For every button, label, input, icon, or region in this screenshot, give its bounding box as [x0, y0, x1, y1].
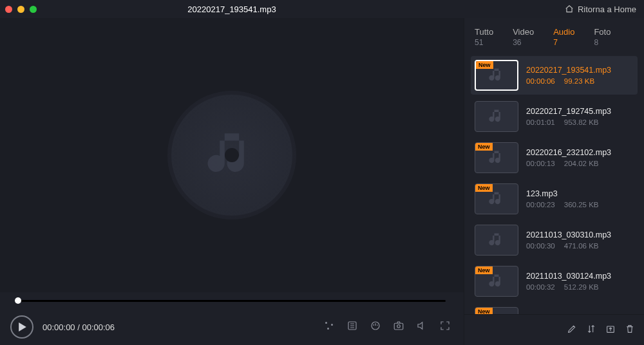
volume-icon — [416, 320, 428, 331]
info-button[interactable] — [346, 320, 358, 334]
file-size: 360.25 KB — [564, 201, 599, 209]
sort-icon — [586, 324, 596, 334]
screenshot-button[interactable] — [393, 320, 404, 334]
tab-label: Video — [513, 27, 534, 37]
tab-count: 36 — [513, 38, 534, 47]
progress-track[interactable] — [18, 300, 446, 302]
file-list[interactable]: New20220217_193541.mp300:00:0699.23 KB20… — [464, 52, 644, 314]
new-badge: New — [475, 308, 493, 314]
play-button[interactable] — [10, 315, 33, 339]
file-item[interactable]: 20211013_030310.mp300:00:30471.06 KB — [471, 221, 638, 259]
file-item[interactable]: New20220217_193541.mp300:00:0699.23 KB — [471, 56, 638, 95]
player-viewport — [0, 18, 464, 292]
sort-button[interactable] — [586, 324, 596, 337]
new-badge: New — [475, 266, 493, 274]
file-sub: 00:00:13204.02 KB — [526, 160, 611, 167]
file-meta: 20220216_232102.mp300:00:13204.02 KB — [526, 142, 611, 173]
tab-count: 51 — [475, 38, 493, 47]
file-meta: 20220217_193541.mp300:00:0699.23 KB — [526, 60, 611, 91]
fullscreen-button[interactable] — [439, 320, 451, 334]
file-item[interactable]: New20220216_232102.mp300:00:13204.02 KB — [471, 138, 638, 177]
fullscreen-icon — [439, 320, 451, 331]
file-item[interactable]: 20220217_192745.mp300:01:01953.82 KB — [471, 97, 638, 136]
tab-video[interactable]: Video36 — [513, 27, 534, 47]
file-size: 204.02 KB — [564, 160, 599, 167]
file-sub: 00:00:23360.25 KB — [526, 201, 598, 209]
file-size: 953.82 KB — [564, 118, 599, 126]
file-thumbnail — [475, 101, 518, 132]
svg-point-2 — [327, 328, 329, 330]
file-size: 512.29 KB — [564, 283, 599, 291]
file-sub: 00:00:30471.06 KB — [526, 242, 611, 250]
file-duration: 00:00:32 — [526, 283, 555, 291]
share-icon — [323, 320, 335, 331]
file-size: 99.23 KB — [564, 77, 594, 85]
new-badge: New — [476, 61, 493, 69]
home-icon — [565, 5, 574, 14]
file-item[interactable]: New20211013_030124.mp300:00:32512.29 KB — [471, 262, 638, 301]
volume-button[interactable] — [416, 320, 428, 334]
tab-label: Tutto — [475, 27, 493, 37]
svg-rect-5 — [394, 323, 403, 330]
file-name: 20211013_030124.mp3 — [526, 272, 611, 281]
delete-button[interactable] — [625, 324, 635, 337]
tab-label: Audio — [553, 27, 574, 37]
file-thumbnail: New — [475, 60, 518, 91]
new-badge: New — [475, 143, 493, 151]
window-title: 20220217_193541.mp3 — [0, 5, 464, 14]
tab-audio[interactable]: Audio7 — [553, 27, 574, 47]
file-duration: 00:00:06 — [526, 77, 555, 85]
equalizer-icon — [370, 320, 381, 331]
file-meta — [526, 307, 535, 314]
return-home-button[interactable]: Ritorna a Home — [565, 0, 636, 18]
titlebar: 20220217_193541.mp3 Ritorna a Home — [0, 0, 644, 18]
playback-time: 00:00:00 / 00:00:06 — [43, 322, 115, 332]
current-time: 00:00:00 — [43, 322, 75, 332]
file-item[interactable]: New123.mp300:00:23360.25 KB — [471, 180, 638, 218]
progress-bar[interactable] — [0, 292, 464, 309]
file-thumbnail: New — [475, 183, 518, 214]
svg-point-1 — [331, 324, 333, 326]
file-thumbnail: New — [475, 307, 518, 314]
info-icon — [346, 320, 358, 331]
side-panel: Tutto51Video36Audio7Foto8 New20220217_19… — [464, 18, 644, 345]
tab-label: Foto — [594, 27, 611, 37]
equalizer-button[interactable] — [370, 320, 381, 334]
file-sub: 00:01:01953.82 KB — [526, 118, 611, 126]
progress-thumb[interactable] — [15, 297, 21, 304]
return-home-label: Ritorna a Home — [578, 5, 636, 14]
filter-tabs: Tutto51Video36Audio7Foto8 — [464, 18, 644, 52]
file-name: 123.mp3 — [526, 189, 598, 198]
export-button[interactable] — [605, 324, 616, 337]
file-duration: 00:01:01 — [526, 118, 555, 126]
file-size: 471.06 KB — [564, 242, 599, 250]
edit-button[interactable] — [567, 324, 577, 337]
file-item[interactable]: New — [471, 303, 638, 314]
file-duration: 00:00:30 — [526, 242, 555, 250]
pencil-icon — [567, 324, 577, 334]
file-meta: 20220217_192745.mp300:01:01953.82 KB — [526, 101, 611, 132]
file-meta: 123.mp300:00:23360.25 KB — [526, 183, 598, 214]
album-art-placeholder — [167, 91, 296, 219]
file-name: 20211013_030310.mp3 — [526, 230, 611, 239]
file-thumbnail: New — [475, 266, 518, 297]
file-meta: 20211013_030124.mp300:00:32512.29 KB — [526, 266, 611, 297]
file-meta: 20211013_030310.mp300:00:30471.06 KB — [526, 225, 611, 256]
share-button[interactable] — [323, 320, 335, 334]
tab-count: 7 — [553, 38, 574, 47]
play-icon — [19, 322, 26, 331]
file-thumbnail: New — [475, 142, 518, 173]
file-duration: 00:00:13 — [526, 160, 555, 167]
file-sub: 00:00:32512.29 KB — [526, 283, 611, 291]
file-name: 20220217_193541.mp3 — [526, 66, 611, 75]
tab-count: 8 — [594, 38, 611, 47]
player-pane: 00:00:00 / 00:00:06 — [0, 18, 464, 345]
file-sub: 00:00:0699.23 KB — [526, 77, 611, 85]
trash-icon — [625, 324, 635, 334]
tab-foto[interactable]: Foto8 — [594, 27, 611, 47]
svg-point-0 — [325, 322, 327, 324]
tab-tutto[interactable]: Tutto51 — [475, 27, 493, 47]
file-thumbnail — [475, 225, 518, 256]
export-icon — [605, 324, 616, 334]
side-actions — [464, 314, 644, 345]
